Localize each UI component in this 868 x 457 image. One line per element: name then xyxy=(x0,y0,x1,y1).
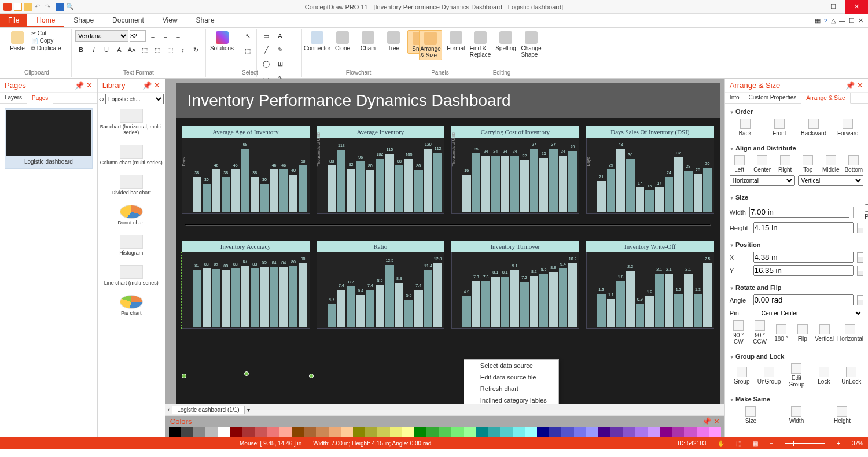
pages-close-icon[interactable]: ✕ xyxy=(86,81,93,90)
close-button[interactable]: ✕ xyxy=(845,0,868,14)
collapse-ribbon-icon[interactable]: △ xyxy=(831,17,836,24)
zoom-in-icon[interactable]: + xyxy=(837,440,840,447)
color-swatch[interactable] xyxy=(426,427,439,437)
angle-input[interactable] xyxy=(753,294,854,305)
paste-button[interactable]: Paste xyxy=(6,30,29,53)
color-swatch[interactable] xyxy=(561,427,573,437)
font-color-icon[interactable]: A xyxy=(113,44,125,56)
mdi-min-icon[interactable]: — xyxy=(839,17,845,24)
chart-card[interactable]: Average InventoryThousands of USD8811882… xyxy=(317,126,444,214)
text-tool-icon[interactable]: A xyxy=(274,30,286,42)
arrange-tab-info[interactable]: Info xyxy=(725,93,744,103)
maximize-button[interactable]: ☐ xyxy=(822,0,845,14)
color-swatch[interactable] xyxy=(292,427,304,437)
align-center-icon[interactable]: ≡ xyxy=(160,30,171,42)
small-caps-icon[interactable]: Aᴀ xyxy=(126,44,138,56)
panel-button[interactable]: Center xyxy=(752,155,772,173)
minimize-button[interactable]: — xyxy=(799,0,822,14)
width-spinner[interactable] xyxy=(853,207,854,218)
chart-card[interactable]: Ratio4.77.48.26.47.48.512.58.85.57.411.4… xyxy=(317,241,444,329)
bold-icon[interactable]: B xyxy=(75,44,87,56)
y-spinner[interactable] xyxy=(857,266,863,276)
color-swatch[interactable] xyxy=(181,427,193,437)
tab-document[interactable]: Document xyxy=(103,14,153,27)
panel-button[interactable]: Flip xyxy=(793,324,811,342)
color-swatch[interactable] xyxy=(193,427,205,437)
color-swatch[interactable] xyxy=(574,427,586,437)
new-icon[interactable] xyxy=(14,3,22,11)
panel-button[interactable]: Front xyxy=(764,119,795,137)
panel-button[interactable]: 180 ° xyxy=(773,324,790,342)
ctx-item[interactable]: Select data source xyxy=(464,360,558,371)
color-swatch[interactable] xyxy=(218,427,230,437)
chain-button[interactable]: Chain xyxy=(356,30,380,53)
clone-button[interactable]: Clone xyxy=(331,30,354,53)
color-swatch[interactable] xyxy=(464,427,476,437)
line-tool-icon[interactable]: ╱ xyxy=(260,44,272,56)
tab-home[interactable]: Home xyxy=(27,14,64,27)
color-swatch[interactable] xyxy=(205,427,218,437)
chart-card[interactable]: Inventory Accuracy8183828083878385848486… xyxy=(182,241,310,329)
color-swatch[interactable] xyxy=(279,427,292,437)
color-swatch[interactable] xyxy=(537,427,549,437)
color-swatch[interactable] xyxy=(267,427,279,437)
lib-item-histogram[interactable]: Histogram xyxy=(98,231,165,261)
lib-item-pie[interactable]: Pie chart xyxy=(98,292,165,322)
lib-item-line[interactable]: Line chart (multi-series) xyxy=(98,261,165,292)
panel-button[interactable]: Group xyxy=(730,367,753,385)
color-swatch[interactable] xyxy=(402,427,414,437)
lib-close-icon[interactable]: ✕ xyxy=(154,81,160,90)
lib-item-barchart[interactable]: Bar chart (horizontal, multi-series) xyxy=(98,105,165,141)
panel-button[interactable]: Vertical xyxy=(815,324,834,342)
mdi-max-icon[interactable]: ☐ xyxy=(849,17,855,24)
y-input[interactable] xyxy=(753,265,854,276)
pointer-icon[interactable]: ↖ xyxy=(242,30,253,42)
color-swatch[interactable] xyxy=(660,427,672,437)
align-left-icon[interactable]: ≡ xyxy=(147,30,159,42)
lib-item-divided[interactable]: Divided bar chart xyxy=(98,171,165,201)
x-spinner[interactable] xyxy=(857,252,863,263)
lib-next-icon[interactable]: › xyxy=(102,95,104,102)
color-swatch[interactable] xyxy=(709,427,721,437)
panel-button[interactable]: Bottom xyxy=(844,155,864,173)
chart-card[interactable]: Inventory Write-Off1.31.11.82.20.91.22.1… xyxy=(586,241,714,329)
undo-icon[interactable]: ↶ xyxy=(35,3,43,11)
color-swatch[interactable] xyxy=(610,427,623,437)
open-icon[interactable] xyxy=(24,3,32,11)
pin-select[interactable]: Center-Center xyxy=(759,308,863,318)
file-menu[interactable]: File xyxy=(0,14,27,27)
color-swatch[interactable] xyxy=(377,427,389,437)
library-selector[interactable]: Logistic ch... xyxy=(105,94,164,104)
line-spacing-icon[interactable]: ↕ xyxy=(177,44,189,56)
width-input[interactable] xyxy=(749,207,849,218)
panel-button[interactable]: Horizontal xyxy=(837,324,863,342)
align-right-icon[interactable]: ≡ xyxy=(172,30,184,42)
panel-button[interactable]: Backward xyxy=(798,119,829,137)
color-swatch[interactable] xyxy=(353,427,365,437)
panel-button[interactable]: Back xyxy=(730,119,760,137)
spelling-button[interactable]: Spelling xyxy=(494,30,517,53)
color-swatch[interactable] xyxy=(586,427,598,437)
color-swatch[interactable] xyxy=(439,427,451,437)
pages-pin-icon[interactable]: 📌 xyxy=(75,81,84,90)
help-icon[interactable]: ? xyxy=(824,17,827,24)
panel-button[interactable]: Forward xyxy=(833,119,863,137)
insert-tool-icon[interactable]: ⊞ xyxy=(274,58,286,69)
color-swatches[interactable] xyxy=(165,427,724,437)
lib-pin-icon[interactable]: 📌 xyxy=(142,81,152,90)
grid-icon[interactable]: ▦ xyxy=(753,440,758,447)
color-swatch[interactable] xyxy=(169,427,181,437)
sheet-tab[interactable]: Logistic dashboard (1/1) xyxy=(172,406,244,414)
tab-shape[interactable]: Shape xyxy=(64,14,103,27)
color-swatch[interactable] xyxy=(549,427,561,437)
align-h-select[interactable]: Horizontal xyxy=(730,175,795,186)
color-swatch[interactable] xyxy=(525,427,537,437)
panel-button[interactable]: Height xyxy=(821,406,863,424)
color-swatch[interactable] xyxy=(255,427,267,437)
height-spinner[interactable] xyxy=(857,223,863,233)
rect-tool-icon[interactable]: ▭ xyxy=(260,30,272,42)
tab-view[interactable]: View xyxy=(153,14,187,27)
arrange-tab-arrange[interactable]: Arrange & Size xyxy=(801,93,850,104)
panel-button[interactable]: 90 ° CW xyxy=(730,320,748,345)
chart-card[interactable]: Days Sales Of Inventory (DSI)Days2129433… xyxy=(586,126,714,214)
